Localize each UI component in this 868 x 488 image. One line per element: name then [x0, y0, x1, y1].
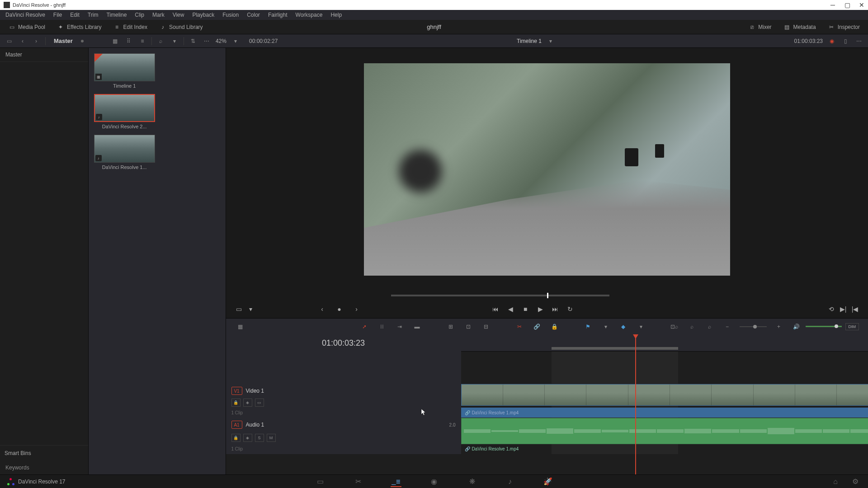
close-button[interactable]: ✕ — [859, 2, 864, 8]
overwrite-clip-icon[interactable]: ⊡ — [463, 321, 474, 332]
color-page-icon[interactable]: ❋ — [467, 476, 477, 487]
marker-icon[interactable]: ◆ — [618, 321, 629, 332]
menu-workspace[interactable]: Workspace — [292, 11, 326, 19]
a1-solo-button[interactable]: S — [255, 434, 264, 442]
play-reverse-icon[interactable]: ◀ — [506, 305, 514, 313]
sound-library-toggle[interactable]: ♪Sound Library — [156, 22, 207, 33]
dim-button[interactable]: DIM — [845, 323, 859, 330]
lock-icon[interactable]: 🔒 — [549, 321, 560, 332]
timeline-name[interactable]: Timeline 1 — [517, 38, 542, 44]
sort-icon[interactable]: ⇅ — [189, 37, 198, 46]
insert-mode-icon[interactable]: ▭ — [235, 305, 243, 313]
bin-master-label[interactable]: Master — [0, 48, 88, 62]
zoom-slider[interactable] — [740, 326, 767, 327]
v1-badge[interactable]: V1 — [231, 387, 242, 395]
stop-icon[interactable]: ■ — [521, 305, 529, 313]
v1-disable-icon[interactable]: ▭ — [255, 399, 264, 407]
selection-tool-icon[interactable]: ➚ — [359, 321, 370, 332]
step-fwd-icon[interactable]: ▶| — [839, 305, 847, 313]
menu-dots-icon[interactable]: ⋯ — [202, 37, 211, 46]
menu-trim[interactable]: Trim — [84, 11, 102, 19]
menu-davinci-resolve[interactable]: DaVinci Resolve — [2, 11, 49, 19]
edit-page-icon[interactable]: ⎯☰ — [391, 476, 401, 487]
timeline-view-options-icon[interactable]: ▦ — [235, 321, 246, 332]
menu-fusion[interactable]: Fusion — [219, 11, 242, 19]
minimize-button[interactable]: ─ — [830, 2, 835, 8]
bin-view-icon[interactable]: ▭ — [5, 37, 14, 46]
loop-icon[interactable]: ↻ — [566, 305, 574, 313]
playhead[interactable] — [635, 334, 636, 474]
play-icon[interactable]: ▶ — [536, 305, 544, 313]
bin-path[interactable]: Master — [54, 38, 73, 44]
go-last-icon[interactable]: ⏭ — [551, 305, 559, 313]
effects-library-toggle[interactable]: ✦Effects Library — [53, 22, 105, 33]
a1-mute-button[interactable]: M — [267, 434, 276, 442]
smart-bins-label[interactable]: Smart Bins — [5, 450, 84, 456]
home-icon[interactable]: ⌂ — [830, 476, 841, 487]
zoom-dropdown-icon[interactable]: ▾ — [231, 37, 240, 46]
media-pool-toggle[interactable]: ▭Media Pool — [5, 22, 49, 33]
timeline-ruler[interactable] — [461, 334, 868, 352]
insert-dropdown-icon[interactable]: ▾ — [247, 305, 255, 313]
menu-fairlight[interactable]: Fairlight — [264, 11, 291, 19]
volume-icon[interactable]: 🔊 — [791, 321, 802, 332]
v1-auto-icon[interactable]: ◈ — [243, 399, 252, 407]
edit-index-toggle[interactable]: ≡Edit Index — [110, 22, 151, 33]
menu-view[interactable]: View — [169, 11, 188, 19]
nav-back-icon[interactable]: ‹ — [18, 37, 27, 46]
match-frame-icon[interactable]: ● — [335, 305, 344, 313]
video-track-header[interactable]: V1 Video 1 🔒 ◈ ▭ 1 Clip — [226, 384, 461, 418]
volume-slider[interactable] — [806, 326, 842, 327]
menu-timeline[interactable]: Timeline — [103, 11, 130, 19]
a1-auto-icon[interactable]: ◈ — [243, 434, 252, 442]
insert-clip-icon[interactable]: ⊞ — [445, 321, 456, 332]
clip-tile[interactable]: ▦Timeline 1 — [94, 53, 155, 89]
grid-view-icon[interactable]: ⠿ — [124, 37, 133, 46]
single-viewer-icon[interactable]: ▯ — [841, 37, 850, 46]
flag-dropdown-icon[interactable]: ▾ — [600, 321, 611, 332]
jog-icon[interactable]: ⟲ — [827, 305, 835, 313]
search-options-icon[interactable]: ▾ — [170, 37, 179, 46]
bypass-fx-icon[interactable]: ◉ — [827, 37, 836, 46]
zoom-percent[interactable]: 42% — [216, 38, 226, 44]
a1-lock-icon[interactable]: 🔒 — [231, 434, 241, 442]
step-back-icon[interactable]: |◀ — [851, 305, 859, 313]
menu-color[interactable]: Color — [243, 11, 264, 19]
menu-clip[interactable]: Clip — [131, 11, 148, 19]
nav-fwd-icon[interactable]: › — [32, 37, 41, 46]
v1-lock-icon[interactable]: 🔒 — [231, 399, 241, 407]
fairlight-page-icon[interactable]: ♪ — [505, 476, 515, 487]
metadata-toggle[interactable]: ▤Metadata — [780, 22, 820, 33]
mixer-toggle[interactable]: ⎚Mixer — [745, 22, 775, 33]
deliver-page-icon[interactable]: 🚀 — [542, 476, 553, 487]
menu-mark[interactable]: Mark — [149, 11, 168, 19]
audio-track-header[interactable]: A1 Audio 1 2.0 🔒 ◈ S M 1 Clip — [226, 418, 461, 454]
thumbnail-view-icon[interactable]: ▦ — [111, 37, 120, 46]
match-frame-prev-icon[interactable]: ‹ — [318, 305, 326, 313]
trim-tool-icon[interactable]: ⁞⁞ — [377, 321, 387, 332]
zoom-out-icon[interactable]: − — [722, 321, 733, 332]
blade-tool-icon[interactable]: ▬ — [412, 321, 423, 332]
blade-edit-icon[interactable]: ✂ — [514, 321, 525, 332]
cut-page-icon[interactable]: ✂ — [353, 476, 363, 487]
viewer-menu-icon[interactable]: ⋯ — [854, 37, 863, 46]
keywords-bin[interactable]: Keywords — [0, 461, 88, 474]
menu-edit[interactable]: Edit — [66, 11, 83, 19]
search-icon[interactable]: ⌕ — [156, 37, 165, 46]
zoom-detail-icon[interactable]: ⌕ — [687, 321, 698, 332]
zoom-custom-icon[interactable]: ⌕ — [704, 321, 715, 332]
inspector-toggle[interactable]: ✂Inspector — [824, 22, 863, 33]
dynamic-trim-icon[interactable]: ⇥ — [394, 321, 405, 332]
replace-clip-icon[interactable]: ⊟ — [481, 321, 491, 332]
media-page-icon[interactable]: ▭ — [315, 476, 326, 487]
menu-help[interactable]: Help — [327, 11, 345, 19]
menu-playback[interactable]: Playback — [189, 11, 218, 19]
zoom-in-icon[interactable]: + — [774, 321, 784, 332]
maximize-button[interactable]: ▢ — [844, 2, 850, 8]
viewer-scrubber[interactable] — [235, 291, 859, 300]
menu-file[interactable]: File — [50, 11, 66, 19]
clip-tile[interactable]: ♪DaVinci Resolve 1... — [94, 135, 155, 170]
flag-icon[interactable]: ⚑ — [583, 321, 594, 332]
settings-icon[interactable]: ⚙ — [850, 476, 861, 487]
marker-dropdown-icon[interactable]: ▾ — [636, 321, 646, 332]
